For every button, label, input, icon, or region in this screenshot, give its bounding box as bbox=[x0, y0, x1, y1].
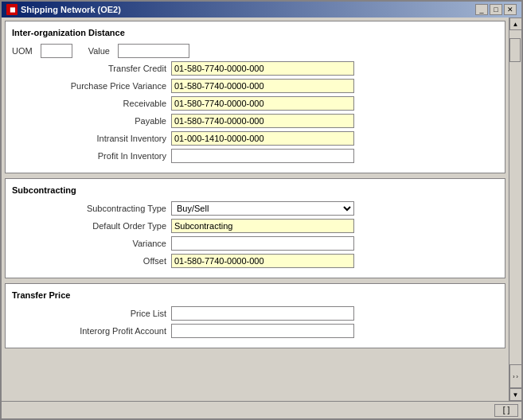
receivable-label: Receivable bbox=[12, 99, 171, 108]
inter-org-section: Inter-organization Distance UOM Value Tr… bbox=[5, 21, 505, 173]
transfer-price-title: Transfer Price bbox=[12, 290, 498, 300]
scroll-track bbox=[509, 30, 522, 364]
maximize-button[interactable]: □ bbox=[490, 4, 502, 15]
price-list-input[interactable] bbox=[171, 306, 354, 321]
default-order-type-row: Default Order Type bbox=[12, 219, 498, 233]
minimize-button[interactable]: _ bbox=[475, 4, 488, 15]
price-list-label: Price List bbox=[12, 309, 171, 318]
subcontracting-type-label: Subcontracting Type bbox=[12, 204, 171, 213]
scroll-up-button[interactable]: ▲ bbox=[509, 18, 522, 30]
offset-row: Offset bbox=[12, 254, 498, 268]
value-label: Value bbox=[88, 46, 115, 56]
variance-input[interactable] bbox=[171, 236, 354, 251]
receivable-input[interactable] bbox=[171, 96, 354, 111]
value-input[interactable] bbox=[118, 44, 189, 58]
offset-label: Offset bbox=[12, 256, 171, 266]
intransit-inventory-input[interactable] bbox=[171, 131, 354, 146]
receivable-row: Receivable bbox=[12, 96, 498, 111]
subcontracting-title: Subcontracting bbox=[12, 185, 498, 195]
interorg-profit-account-row: Interorg Profit Account bbox=[12, 324, 498, 338]
profit-in-inventory-label: Profit In Inventory bbox=[12, 151, 171, 161]
intransit-inventory-row: Intransit Inventory bbox=[12, 131, 498, 146]
expand-button[interactable]: [ ] bbox=[494, 404, 518, 417]
payable-input[interactable] bbox=[171, 114, 354, 128]
purchase-price-variance-input[interactable] bbox=[171, 79, 354, 93]
profit-in-inventory-input[interactable] bbox=[171, 149, 354, 163]
interorg-profit-account-label: Interorg Profit Account bbox=[12, 326, 171, 336]
profit-in-inventory-row: Profit In Inventory bbox=[12, 149, 498, 163]
uom-label: UOM bbox=[12, 46, 37, 56]
close-button[interactable]: ✕ bbox=[504, 4, 517, 15]
window-title: Shipping Network (OE2) bbox=[21, 5, 121, 14]
payable-row: Payable bbox=[12, 114, 498, 128]
transfer-credit-row: Transfer Credit bbox=[12, 61, 498, 76]
value-group: Value bbox=[88, 44, 189, 58]
payable-label: Payable bbox=[12, 116, 171, 126]
offset-input[interactable] bbox=[171, 254, 354, 268]
scroll-thumb[interactable] bbox=[509, 38, 521, 62]
price-list-row: Price List bbox=[12, 306, 498, 321]
variance-row: Variance bbox=[12, 236, 498, 251]
purchase-price-variance-row: Purchase Price Variance bbox=[12, 79, 498, 93]
variance-label: Variance bbox=[12, 239, 171, 248]
subcontracting-type-row: Subcontracting Type Buy/Sell Consigned bbox=[12, 201, 498, 216]
inter-org-title: Inter-organization Distance bbox=[12, 28, 498, 37]
subcontracting-type-select[interactable]: Buy/Sell Consigned bbox=[171, 201, 354, 216]
content-area: Inter-organization Distance UOM Value Tr… bbox=[2, 18, 521, 401]
bottom-bar: [ ] bbox=[2, 401, 521, 418]
subcontracting-section: Subcontracting Subcontracting Type Buy/S… bbox=[5, 178, 505, 278]
title-bar: ◼ Shipping Network (OE2) _ □ ✕ bbox=[2, 2, 521, 18]
transfer-credit-input[interactable] bbox=[171, 61, 354, 76]
main-window: ◼ Shipping Network (OE2) _ □ ✕ Inter-org… bbox=[0, 0, 523, 420]
purchase-price-variance-label: Purchase Price Variance bbox=[12, 81, 171, 91]
default-order-type-label: Default Order Type bbox=[12, 221, 171, 231]
uom-value-row: UOM Value bbox=[12, 44, 498, 58]
title-bar-left: ◼ Shipping Network (OE2) bbox=[6, 4, 121, 15]
app-icon: ◼ bbox=[6, 4, 18, 15]
scroll-down-button[interactable]: ▼ bbox=[509, 388, 522, 401]
right-expand-area: › › bbox=[509, 364, 522, 388]
title-buttons: _ □ ✕ bbox=[475, 4, 517, 15]
main-content: Inter-organization Distance UOM Value Tr… bbox=[2, 18, 509, 401]
scrollbar: ▲ › › ▼ bbox=[509, 18, 521, 401]
uom-group: UOM bbox=[12, 44, 72, 58]
transfer-credit-label: Transfer Credit bbox=[12, 64, 171, 73]
uom-input[interactable] bbox=[41, 44, 72, 58]
interorg-profit-account-input[interactable] bbox=[171, 324, 354, 338]
default-order-type-input[interactable] bbox=[171, 219, 354, 233]
intransit-inventory-label: Intransit Inventory bbox=[12, 134, 171, 143]
transfer-price-section: Transfer Price Price List Interorg Profi… bbox=[5, 283, 505, 348]
